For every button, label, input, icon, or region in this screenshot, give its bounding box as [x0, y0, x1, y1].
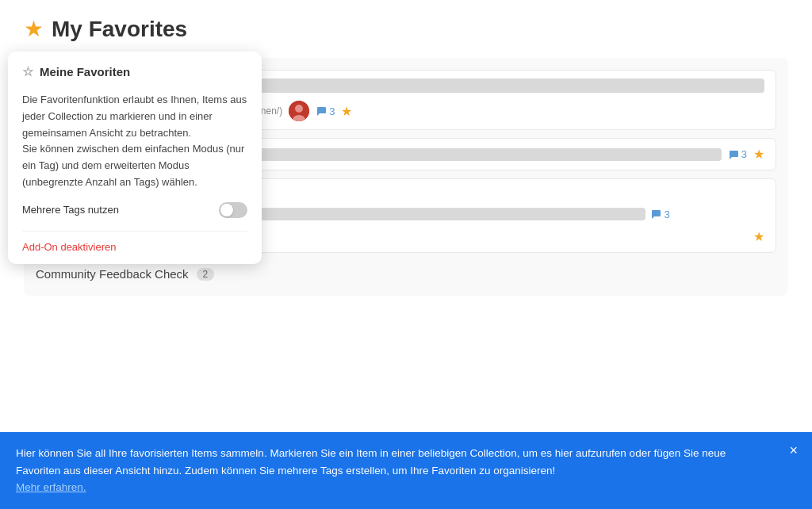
close-icon[interactable]: ×: [789, 443, 798, 457]
toggle-row: Mehrere Tags nutzen: [22, 202, 247, 218]
page-header: ★ My Favorites: [24, 16, 788, 42]
deactivate-link[interactable]: Add-On deaktivieren: [22, 231, 247, 253]
banner-text: Hier können Sie all Ihre favorisierten I…: [16, 447, 726, 476]
section-label-text: Community Feedback Check: [36, 267, 189, 281]
item-gray-bar-short: [216, 208, 645, 220]
comment-badge: 3: [316, 105, 335, 117]
section-badge: 2: [197, 268, 215, 281]
comment-count: 3: [664, 209, 669, 220]
tooltip-star-icon: ☆: [22, 64, 33, 79]
comment-badge: 3: [650, 209, 669, 220]
svg-point-1: [295, 105, 303, 113]
toggle-label: Mehrere Tags nutzen: [22, 204, 119, 216]
page-title: My Favorites: [52, 17, 187, 42]
toggle-switch[interactable]: [219, 202, 247, 218]
tooltip-title: Meine Favoriten: [40, 65, 130, 78]
comment-count: 3: [329, 105, 335, 117]
star-icon[interactable]: ★: [753, 147, 764, 162]
page-container: ★ My Favorites ☆ Meine Favoriten Die Fav…: [0, 0, 812, 509]
star-icon[interactable]: ★: [753, 229, 764, 244]
header-star-icon: ★: [24, 16, 44, 42]
info-banner: Hier können Sie all Ihre favorisierten I…: [0, 432, 812, 509]
comment-count: 3: [741, 148, 747, 160]
section-label: Community Feedback Check 2: [36, 261, 776, 284]
tooltip-popup: ☆ Meine Favoriten Die Favoritenfunktion …: [8, 52, 262, 264]
tooltip-header: ☆ Meine Favoriten: [22, 64, 247, 82]
star-icon[interactable]: ★: [341, 104, 352, 119]
tooltip-body: Die Favoritenfunktion erlaubt es Ihnen, …: [22, 92, 247, 191]
avatar: [289, 101, 309, 121]
banner-link[interactable]: Mehr erfahren.: [16, 481, 86, 493]
comment-badge: 3: [728, 148, 747, 160]
